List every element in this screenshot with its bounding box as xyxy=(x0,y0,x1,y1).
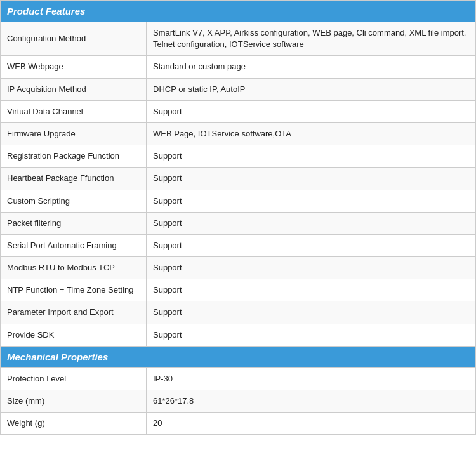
feature-label: Configuration Method xyxy=(1,22,147,56)
table-row: Registration Package FunctionSupport xyxy=(1,145,476,168)
feature-value: WEB Page, IOTService software,OTA xyxy=(147,122,476,145)
section-header-label: Product Features xyxy=(1,1,476,22)
section-header-row: Mechanical Properties xyxy=(1,346,476,367)
feature-value: Support xyxy=(147,324,476,346)
table-row: IP Acquisition MethodDHCP or static IP, … xyxy=(1,78,476,100)
feature-label: Serial Port Automatic Framing xyxy=(1,234,147,256)
table-row: Provide SDKSupport xyxy=(1,324,476,346)
feature-label: Firmware Upgrade xyxy=(1,122,147,145)
table-row: Virtual Data ChannelSupport xyxy=(1,100,476,122)
feature-value: Support xyxy=(147,234,476,256)
feature-value: SmartLink V7, X APP, Airkiss configurati… xyxy=(147,22,476,56)
feature-label: Packet filtering xyxy=(1,212,147,234)
table-row: Modbus RTU to Modbus TCPSupport xyxy=(1,257,476,279)
feature-label: Custom Scripting xyxy=(1,190,147,212)
feature-value: Support xyxy=(147,301,476,324)
feature-label: Registration Package Function xyxy=(1,145,147,168)
table-row: Weight (g)20 xyxy=(1,413,476,435)
section-header-label: Mechanical Properties xyxy=(1,346,476,367)
table-row: NTP Function + Time Zone SettingSupport xyxy=(1,279,476,301)
feature-value: Support xyxy=(147,168,476,190)
table-row: Firmware UpgradeWEB Page, IOTService sof… xyxy=(1,122,476,145)
feature-value: Support xyxy=(147,100,476,122)
feature-value: Support xyxy=(147,145,476,168)
table-row: Size (mm)61*26*17.8 xyxy=(1,390,476,413)
feature-value: Support xyxy=(147,257,476,279)
feature-label: NTP Function + Time Zone Setting xyxy=(1,279,147,301)
feature-label: Provide SDK xyxy=(1,324,147,346)
table-row: Custom ScriptingSupport xyxy=(1,190,476,212)
table-row: Packet filteringSupport xyxy=(1,212,476,234)
feature-label: Protection Level xyxy=(1,367,147,390)
feature-label: WEB Webpage xyxy=(1,56,147,78)
feature-value: 20 xyxy=(147,413,476,435)
feature-label: Heartbeat Package Ffunction xyxy=(1,168,147,190)
feature-value: 61*26*17.8 xyxy=(147,390,476,413)
feature-label: Modbus RTU to Modbus TCP xyxy=(1,257,147,279)
feature-label: IP Acquisition Method xyxy=(1,78,147,100)
table-row: WEB WebpageStandard or custom page xyxy=(1,56,476,78)
table-row: Protection LevelIP-30 xyxy=(1,367,476,390)
table-row: Configuration MethodSmartLink V7, X APP,… xyxy=(1,22,476,56)
product-features-table: Product FeaturesConfiguration MethodSmar… xyxy=(0,0,476,435)
feature-label: Parameter Import and Export xyxy=(1,301,147,324)
table-row: Serial Port Automatic FramingSupport xyxy=(1,234,476,256)
feature-value: IP-30 xyxy=(147,367,476,390)
table-row: Parameter Import and ExportSupport xyxy=(1,301,476,324)
feature-value: DHCP or static IP, AutoIP xyxy=(147,78,476,100)
feature-label: Weight (g) xyxy=(1,413,147,435)
table-row: Heartbeat Package FfunctionSupport xyxy=(1,168,476,190)
feature-value: Support xyxy=(147,190,476,212)
feature-value: Standard or custom page xyxy=(147,56,476,78)
feature-value: Support xyxy=(147,279,476,301)
feature-value: Support xyxy=(147,212,476,234)
feature-label: Size (mm) xyxy=(1,390,147,413)
section-header-row: Product Features xyxy=(1,1,476,22)
feature-label: Virtual Data Channel xyxy=(1,100,147,122)
